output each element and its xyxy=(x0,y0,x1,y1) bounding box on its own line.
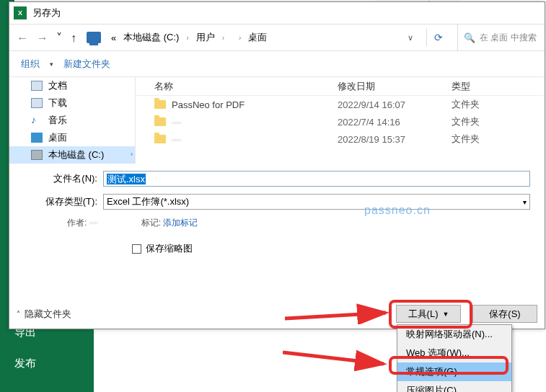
save-as-dialog: X 另存为 ← → ˅ ↑ « 本地磁盘 (C:) › 用户 › › 桌面 ∨ … xyxy=(9,1,545,329)
filename-value: 测试.xlsx xyxy=(107,174,146,184)
forward-icon: → xyxy=(34,32,51,44)
menu-compress-pics[interactable]: 压缩图片(C)... xyxy=(397,381,511,392)
file-name: — xyxy=(172,117,181,128)
table-row[interactable]: — 2022/7/4 14:16 文件夹 xyxy=(136,113,545,130)
music-icon: ♪ xyxy=(31,115,43,125)
save-button[interactable]: 保存(S) xyxy=(472,305,537,323)
chevron-right-icon[interactable]: › xyxy=(131,151,133,158)
search-icon: 🔍 xyxy=(464,32,475,43)
tools-label: 工具(L) xyxy=(408,308,439,321)
download-icon xyxy=(31,98,43,108)
tags-label: 标记: xyxy=(141,218,161,228)
crumb-drive[interactable]: 本地磁盘 (C:) xyxy=(120,30,182,45)
recent-dd-icon[interactable]: ˅ xyxy=(53,32,65,44)
folder-icon xyxy=(154,100,166,109)
dialog-title: 另存为 xyxy=(32,6,61,19)
chevron-right-icon: › xyxy=(183,34,191,42)
sidebar-item-label: 桌面 xyxy=(48,131,67,144)
chevron-down-icon: ▾ xyxy=(523,198,527,206)
watermark: passneo.cn xyxy=(364,204,431,217)
new-folder-button[interactable]: 新建文件夹 xyxy=(59,55,115,74)
hide-folders-button[interactable]: ˄隐藏文件夹 xyxy=(17,308,71,321)
folder-icon xyxy=(154,117,166,126)
crumb-user[interactable] xyxy=(229,36,234,39)
sidebar-item-desktop[interactable]: 桌面 xyxy=(9,129,135,146)
sidebar-item-label: 文档 xyxy=(48,79,67,92)
crumb-users[interactable]: 用户 xyxy=(193,30,218,45)
column-date[interactable]: 修改日期 xyxy=(338,80,452,93)
file-type: 文件夹 xyxy=(452,115,545,128)
author-value[interactable]: — xyxy=(89,218,98,228)
file-type: 文件夹 xyxy=(452,98,545,111)
table-row[interactable]: PassNeo for PDF 2022/9/14 16:07 文件夹 xyxy=(136,96,545,113)
annotation-arrow-icon xyxy=(283,342,398,371)
dialog-toolbar: 组织 ▾ 新建文件夹 xyxy=(9,51,545,77)
crumb-desktop[interactable]: 桌面 xyxy=(245,30,270,45)
sidebar-item-label: 音乐 xyxy=(48,114,67,127)
file-name: — xyxy=(172,134,181,145)
chevron-right-icon: › xyxy=(219,34,227,42)
svg-line-1 xyxy=(283,352,384,364)
excel-icon: X xyxy=(14,6,27,19)
file-name: PassNeo for PDF xyxy=(172,99,245,110)
menu-general-options[interactable]: 常规选项(G)... xyxy=(397,362,511,381)
sidebar-item-downloads[interactable]: 下载 xyxy=(9,94,135,112)
file-type: 文件夹 xyxy=(452,133,545,146)
file-date: 2022/8/19 15:37 xyxy=(338,134,452,145)
sidebar-item-documents[interactable]: 文档 xyxy=(9,77,135,94)
tools-menu: 映射网络驱动器(N)... Web 选项(W)... 常规选项(G)... 压缩… xyxy=(397,324,512,392)
sidebar-item-label: 下载 xyxy=(48,97,67,110)
chevron-up-icon: ˄ xyxy=(17,310,20,318)
thumbnail-checkbox[interactable] xyxy=(132,244,141,254)
crumb-root[interactable]: « xyxy=(108,31,119,45)
this-pc-icon[interactable] xyxy=(87,32,101,43)
tags-link[interactable]: 添加标记 xyxy=(163,218,198,228)
titlebar: X 另存为 xyxy=(9,2,545,24)
nav-pane: 文档 下载 ♪音乐 桌面 本地磁盘 (C:)› xyxy=(9,77,136,164)
sidebar-item-label: 本地磁盘 (C:) xyxy=(48,148,104,161)
back-icon[interactable]: ← xyxy=(14,32,31,44)
chevron-right-icon: › xyxy=(236,34,244,42)
address-bar: ← → ˅ ↑ « 本地磁盘 (C:) › 用户 › › 桌面 ∨ ⟳ 🔍 在 … xyxy=(9,24,545,51)
search-input[interactable]: 🔍 在 桌面 中搜索 xyxy=(457,24,540,50)
up-icon[interactable]: ↑ xyxy=(68,32,79,44)
save-form: 文件名(N): 测试.xlsx 保存类型(T): Excel 工作簿(*.xls… xyxy=(9,164,545,259)
hide-folders-label: 隐藏文件夹 xyxy=(25,308,71,321)
menu-map-drive[interactable]: 映射网络驱动器(N)... xyxy=(397,325,511,344)
filename-input[interactable]: 测试.xlsx xyxy=(103,171,530,187)
breadcrumb[interactable]: « 本地磁盘 (C:) › 用户 › › 桌面 xyxy=(108,30,395,45)
thumbnail-label: 保存缩略图 xyxy=(146,242,193,255)
column-type[interactable]: 类型 xyxy=(452,80,545,93)
table-row[interactable]: — 2022/8/19 15:37 文件夹 xyxy=(136,130,545,148)
desktop-icon xyxy=(31,133,43,143)
organize-button[interactable]: 组织 xyxy=(17,55,44,74)
author-label: 作者: xyxy=(67,218,87,228)
sidebar-item-local-disk[interactable]: 本地磁盘 (C:) xyxy=(9,146,135,164)
filetype-value: Excel 工作簿(*.xlsx) xyxy=(107,195,189,208)
column-name[interactable]: 名称 xyxy=(136,80,338,93)
sidebar-item-music[interactable]: ♪音乐 xyxy=(9,112,135,129)
tools-button[interactable]: 工具(L)▼ xyxy=(396,305,461,323)
backstage-publish[interactable]: 发布 xyxy=(0,348,94,379)
folder-icon xyxy=(154,135,166,143)
document-icon xyxy=(31,81,43,91)
search-placeholder: 在 桌面 中搜索 xyxy=(480,32,537,44)
refresh-icon[interactable]: ⟳ xyxy=(426,29,450,46)
file-list: 名称 修改日期 类型 PassNeo for PDF 2022/9/14 16:… xyxy=(136,77,545,164)
file-date: 2022/9/14 16:07 xyxy=(338,99,452,110)
filetype-combo[interactable]: Excel 工作簿(*.xlsx)▾ xyxy=(103,194,530,210)
chevron-down-icon[interactable]: ▾ xyxy=(50,61,53,68)
nav-arrows: ← → ˅ ↑ xyxy=(14,31,79,45)
filename-label: 文件名(N): xyxy=(24,172,103,185)
file-date: 2022/7/4 14:16 xyxy=(338,117,452,128)
menu-web-options[interactable]: Web 选项(W)... xyxy=(397,344,511,362)
chevron-down-icon: ▼ xyxy=(442,311,449,318)
filetype-label: 保存类型(T): xyxy=(24,195,103,208)
address-dropdown-icon[interactable]: ∨ xyxy=(402,33,419,43)
disk-icon xyxy=(31,150,43,160)
